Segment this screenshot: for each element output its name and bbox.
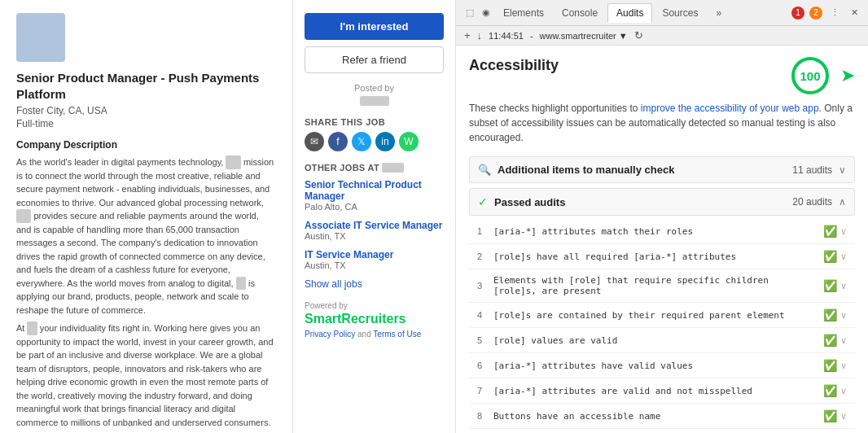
audit-pass-icon: ✅ [823, 308, 837, 321]
passed-audits-section: ✓ Passed audits 20 audits ∧ 1 [aria-*] a… [469, 188, 855, 433]
interested-button[interactable]: I'm interested [305, 13, 444, 40]
audit-chevron: ∨ [840, 310, 847, 321]
refer-button[interactable]: Refer a friend [305, 46, 444, 73]
job-location: Foster City, CA, USA [16, 105, 276, 116]
audit-number: 2 [477, 251, 493, 261]
audit-item[interactable]: 2 [role]s have all required [aria-*] att… [469, 244, 855, 269]
manual-check-count: 11 audits [792, 164, 832, 176]
audit-pass-icon: ✅ [823, 225, 837, 238]
other-job-1-title[interactable]: Senior Technical Product Manager [305, 179, 444, 202]
audit-chevron: ∨ [840, 335, 847, 346]
devtools-inspect-icon[interactable]: ◉ [479, 6, 493, 20]
audit-pass-icon: ✅ [823, 359, 837, 372]
devtools-close-icon[interactable]: ✕ [848, 6, 861, 20]
job-type: Full-time [16, 118, 276, 129]
audit-text: Buttons have an accessible name [493, 411, 817, 422]
timestamp: 11:44:51 [489, 31, 524, 41]
redacted-network [16, 209, 31, 223]
share-email-icon[interactable]: ✉ [305, 132, 324, 151]
devtools-menu-icon[interactable]: ⋮ [827, 6, 843, 20]
company-logo [16, 13, 65, 62]
audit-text: [aria-*] attributes have valid values [493, 361, 817, 371]
audit-number: 7 [477, 386, 493, 396]
redacted-company-2 [236, 277, 246, 291]
audit-text: [aria-*] attributes match their roles [493, 226, 817, 237]
share-label: SHARE THIS JOB [305, 117, 444, 127]
devtools-content: Accessibility 100 ➤ These checks highlig… [456, 46, 868, 433]
audit-item[interactable]: 8 Buttons have an accessible name ✅ ∨ [469, 404, 855, 429]
company-desc-heading: Company Description [16, 139, 276, 151]
powered-by-label: Powered by [305, 301, 444, 310]
terms-link[interactable]: Terms of Use [373, 330, 421, 339]
audit-pass-icon: ✅ [823, 334, 837, 347]
audit-item[interactable]: 1 [aria-*] attributes match their roles … [469, 219, 855, 244]
refresh-icon[interactable]: ↻ [634, 29, 643, 42]
share-whatsapp-icon[interactable]: W [399, 132, 419, 151]
check-icon: ✓ [478, 195, 488, 208]
redacted-company [226, 155, 240, 169]
privacy-link[interactable]: Privacy Policy [305, 330, 355, 339]
audit-pass-icon: ✅ [823, 384, 837, 397]
other-job-2-location: Austin, TX [305, 231, 444, 241]
url-text[interactable]: www.smartrecruiter ▼ [540, 31, 628, 41]
audit-text: Elements with [role] that require specif… [493, 275, 817, 296]
audit-text: [role] values are valid [493, 335, 817, 346]
job-panel: Senior Product Manager - Push Payments P… [0, 0, 293, 433]
audit-item[interactable]: 5 [role] values are valid ✅ ∨ [469, 328, 855, 353]
accessibility-score: 100 [791, 57, 829, 94]
other-job-2-title[interactable]: Associate IT Service Manager [305, 220, 444, 231]
posted-by-avatar [360, 96, 389, 106]
job-actions-panel: I'm interested Refer a friend Posted by … [293, 0, 456, 433]
audit-chevron: ∨ [840, 386, 847, 396]
audit-item[interactable]: 3 Elements with [role] that require spec… [469, 269, 855, 303]
other-job-3-location: Austin, TX [305, 260, 444, 270]
company-desc-1: As the world's leader in digital payment… [16, 155, 276, 317]
devtools-toolbar: ⬚ ◉ Elements Console Audits Sources » 1 … [456, 0, 868, 26]
devtools-url-bar: + ↓ 11:44:51 - www.smartrecruiter ▼ ↻ [456, 26, 868, 46]
show-all-jobs-link[interactable]: Show all jobs [305, 278, 444, 290]
share-twitter-icon[interactable]: 𝕏 [352, 132, 371, 151]
devtools-status-icons: 1 2 ⋮ ✕ [791, 6, 861, 20]
audit-item[interactable]: 9 The page contains a heading, skip link… [469, 429, 855, 433]
audit-number: 3 [477, 281, 493, 291]
audit-number: 4 [477, 310, 493, 320]
warning-badge: 2 [809, 7, 822, 20]
audit-item[interactable]: 6 [aria-*] attributes have valid values … [469, 353, 855, 378]
audit-text: [role]s have all required [aria-*] attri… [493, 251, 817, 262]
passed-chevron: ∧ [839, 196, 846, 208]
audit-chevron: ∨ [840, 281, 847, 291]
share-icons-group: ✉ f 𝕏 in W [305, 132, 444, 151]
accessibility-link[interactable]: improve the accessibility of your web ap… [641, 103, 819, 114]
other-jobs-label: OTHER JOBS AT [305, 163, 444, 173]
manual-check-title: Additional items to manually check [498, 164, 792, 176]
forward-icon[interactable]: ↓ [477, 29, 483, 42]
audit-number: 6 [477, 361, 493, 370]
audit-number: 8 [477, 411, 493, 421]
audit-chevron: ∨ [840, 361, 847, 371]
tab-audits[interactable]: Audits [607, 3, 652, 23]
tab-console[interactable]: Console [554, 4, 606, 22]
devtools-cursor-icon[interactable]: ⬚ [462, 6, 477, 20]
audit-chevron: ∨ [840, 226, 847, 237]
passed-title: Passed audits [494, 196, 792, 208]
audit-number: 1 [477, 226, 493, 236]
other-job-3-title[interactable]: IT Service Manager [305, 249, 444, 260]
tab-elements[interactable]: Elements [495, 4, 552, 22]
passed-count: 20 audits [792, 196, 832, 208]
audit-item[interactable]: 4 [role]s are contained by their require… [469, 303, 855, 328]
posted-by-label: Posted by [305, 83, 444, 93]
share-linkedin-icon[interactable]: in [375, 132, 395, 151]
audit-chevron: ∨ [840, 411, 847, 422]
manual-check-section[interactable]: 🔍 Additional items to manually check 11 … [469, 156, 855, 183]
other-job-3: IT Service Manager Austin, TX [305, 249, 444, 270]
audit-item[interactable]: 7 [aria-*] attributes are valid and not … [469, 378, 855, 404]
brand-highlight: Recruiters [341, 312, 406, 326]
passed-header[interactable]: ✓ Passed audits 20 audits ∧ [469, 188, 855, 216]
tab-sources[interactable]: Sources [654, 4, 706, 22]
manual-check-chevron: ∨ [839, 164, 846, 176]
company-desc-2: At your individuality fits right in. Wor… [16, 321, 276, 429]
search-icon: 🔍 [478, 164, 491, 176]
back-icon[interactable]: + [464, 29, 471, 42]
share-facebook-icon[interactable]: f [328, 132, 348, 151]
tab-more[interactable]: » [708, 4, 730, 22]
